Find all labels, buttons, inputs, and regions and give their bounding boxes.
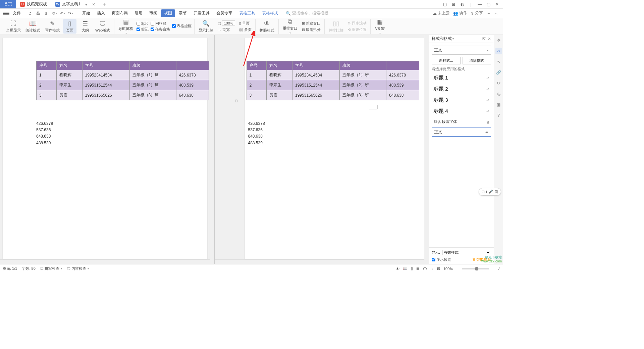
- task-pane-checkbox[interactable]: 任务窗格: [151, 27, 170, 32]
- menu-insert[interactable]: 插入: [94, 9, 108, 17]
- scrollbar-vertical[interactable]: [210, 35, 214, 259]
- refresh-icon[interactable]: ↻▾: [51, 10, 58, 17]
- spell-check-toggle[interactable]: ☑拼写检查▾: [40, 266, 62, 271]
- data-table-left[interactable]: 序号 姓名 学号 班级 1程晓辉199523414534五年级（1）班426.6…: [36, 61, 209, 100]
- clear-format-button[interactable]: 清除格式: [463, 57, 491, 64]
- print-preview-icon[interactable]: 🗎: [43, 10, 50, 17]
- expand-icon[interactable]: ⤢: [497, 266, 500, 271]
- scrollbar-vertical[interactable]: [424, 35, 429, 259]
- maximize-button[interactable]: ▢: [484, 1, 492, 8]
- zoom-in-button[interactable]: +: [492, 267, 494, 271]
- view-web-icon[interactable]: 🖵: [423, 267, 427, 271]
- menu-review[interactable]: 审阅: [146, 9, 160, 17]
- current-style-select[interactable]: 正文 ▾: [432, 46, 491, 55]
- page-width-button[interactable]: ↔页宽: [217, 27, 236, 33]
- menu-view[interactable]: 视图: [161, 9, 175, 17]
- new-window-button[interactable]: ⊞新建窗口: [301, 20, 322, 26]
- data-table-right[interactable]: 序号 姓名 学号 班级 1程晓辉199523414534五年级（1）班426.6…: [247, 61, 419, 100]
- word-count[interactable]: 字数: 50: [22, 266, 35, 271]
- clipboard-icon[interactable]: ▣: [495, 101, 502, 108]
- show-preview-checkbox[interactable]: 显示预览: [432, 257, 451, 262]
- menu-table-styles[interactable]: 表格样式: [259, 9, 281, 17]
- format-brush-icon[interactable]: ▱: [495, 48, 502, 54]
- display-mode-select[interactable]: 有效样式: [442, 250, 491, 255]
- nav-pane-button[interactable]: ▤导航窗格▾: [117, 17, 135, 36]
- tab-home[interactable]: 首页: [0, 0, 16, 8]
- sync-cloud-icon[interactable]: ⟳: [495, 80, 502, 87]
- read-layout-button[interactable]: 📖阅读版式: [24, 19, 42, 34]
- page-options-icon[interactable]: 🗋: [235, 99, 240, 104]
- eye-protect-button[interactable]: 👁护眼模式: [258, 19, 276, 34]
- collab-button[interactable]: 👥协作: [453, 10, 467, 16]
- share-button[interactable]: ⇪分享: [471, 10, 483, 16]
- fit-icon[interactable]: ⊡: [437, 266, 440, 271]
- style-heading-2[interactable]: 标题 2↵: [432, 85, 491, 94]
- write-mode-button[interactable]: ✎写作模式: [44, 19, 61, 34]
- page-info[interactable]: 页面: 1/1: [3, 266, 17, 271]
- paragraph-block-right[interactable]: 426.6378 537.636 648.638 488.539: [248, 120, 424, 146]
- paragraph-block-left[interactable]: 426.6378 537.636 648.638 488.539: [36, 120, 207, 146]
- tab-add-button[interactable]: +: [99, 0, 109, 8]
- undo-icon[interactable]: ↶▾: [59, 10, 66, 17]
- panel-pin-icon[interactable]: ⇱: [482, 37, 486, 41]
- chevron-up-icon[interactable]: ︿: [494, 10, 498, 16]
- table-add-row-button[interactable]: +: [369, 105, 378, 109]
- tab-templates[interactable]: D 找稻壳模板: [16, 0, 51, 8]
- menu-members[interactable]: 会员专享: [213, 9, 235, 17]
- multi-page-button[interactable]: ▯▯多页: [238, 27, 253, 33]
- style-heading-4[interactable]: 标题 4↵: [432, 107, 491, 116]
- zoom-display[interactable]: 100%: [443, 267, 453, 271]
- page-layout-button[interactable]: ▯页面: [63, 19, 76, 34]
- zoom-slider[interactable]: [462, 268, 489, 269]
- close-window-button[interactable]: ✕: [493, 1, 501, 8]
- hamburger-icon[interactable]: [3, 12, 9, 15]
- redo-icon[interactable]: ↷▾: [67, 10, 74, 17]
- mark-checkbox[interactable]: 标记: [137, 27, 149, 32]
- table-dashed-checkbox[interactable]: 表格虚框: [172, 23, 192, 29]
- zoom-out-button[interactable]: −: [456, 267, 458, 271]
- link-icon[interactable]: 🔗: [495, 69, 502, 76]
- style-body-text[interactable]: 正文 ↵: [432, 128, 491, 137]
- view-read-icon[interactable]: 📖: [403, 266, 408, 271]
- style-heading-1[interactable]: 标题 1↵: [432, 73, 491, 83]
- ruler-checkbox[interactable]: 标尺: [137, 21, 149, 26]
- panel-close-icon[interactable]: ✕: [488, 37, 491, 41]
- command-search[interactable]: 🔍 查找命令、搜索模板: [286, 10, 328, 16]
- content-check-toggle[interactable]: 🛡内容检查▾: [67, 266, 89, 271]
- menu-page-layout[interactable]: 页面布局: [109, 9, 131, 17]
- more-icon[interactable]: ⋯: [486, 11, 490, 16]
- side-by-side-button[interactable]: ▯▯并排比较: [327, 19, 345, 34]
- view-eye-icon[interactable]: 👁: [396, 267, 399, 271]
- table-row[interactable]: 1程晓辉199523414534五年级（1）班426.6378: [37, 70, 209, 80]
- menu-sections[interactable]: 章节: [176, 9, 190, 17]
- file-menu[interactable]: 文件: [10, 10, 23, 16]
- layout-icon[interactable]: ▢: [441, 1, 449, 8]
- help-icon[interactable]: ?: [495, 112, 502, 119]
- minimize-button[interactable]: —: [476, 1, 484, 8]
- menu-references[interactable]: 引用: [131, 9, 146, 17]
- apps-icon[interactable]: ⊞: [449, 1, 458, 8]
- print-icon[interactable]: 🖶: [35, 10, 42, 17]
- save-icon[interactable]: 🗋: [27, 10, 34, 17]
- cursor-icon[interactable]: ↖: [495, 58, 502, 65]
- vb-macro-button[interactable]: ▦VB 宏▾: [373, 17, 387, 36]
- cancel-split-button[interactable]: ⊟取消拆分: [301, 27, 322, 33]
- table-row[interactable]: 2李宗生199531512544五年级（2）班488.539: [247, 80, 419, 90]
- single-page-button[interactable]: ▯单页: [238, 20, 253, 26]
- style-heading-3[interactable]: 标题 3↵: [432, 96, 491, 105]
- scrollbar-horizontal[interactable]: [215, 259, 424, 264]
- scrollbar-horizontal[interactable]: [0, 259, 210, 264]
- arrange-window-button[interactable]: ⧉重排窗口▾: [281, 17, 299, 35]
- menu-start[interactable]: 开始: [79, 9, 93, 17]
- view-fullwidth-icon[interactable]: ↔: [430, 267, 434, 271]
- menu-table-tools[interactable]: 表格工具: [236, 9, 258, 17]
- grid-checkbox[interactable]: 网格线: [151, 21, 170, 26]
- select-tool-icon[interactable]: ✥: [495, 37, 502, 44]
- outline-button[interactable]: ☰大纲: [78, 19, 92, 34]
- table-row[interactable]: 3黄霞199531565626五年级（3）班648.638: [37, 90, 209, 100]
- tab-document[interactable]: W 文字文稿1 ● ×: [51, 0, 99, 8]
- table-row[interactable]: 1程晓辉199523414534五年级（1）班426.6378: [247, 70, 419, 80]
- table-row[interactable]: 3黄霞199531565626五年级（3）班648.638: [247, 90, 419, 100]
- zoom-button[interactable]: 🔍显示比例: [197, 19, 215, 34]
- web-layout-button[interactable]: 🖵Web版式: [94, 19, 111, 34]
